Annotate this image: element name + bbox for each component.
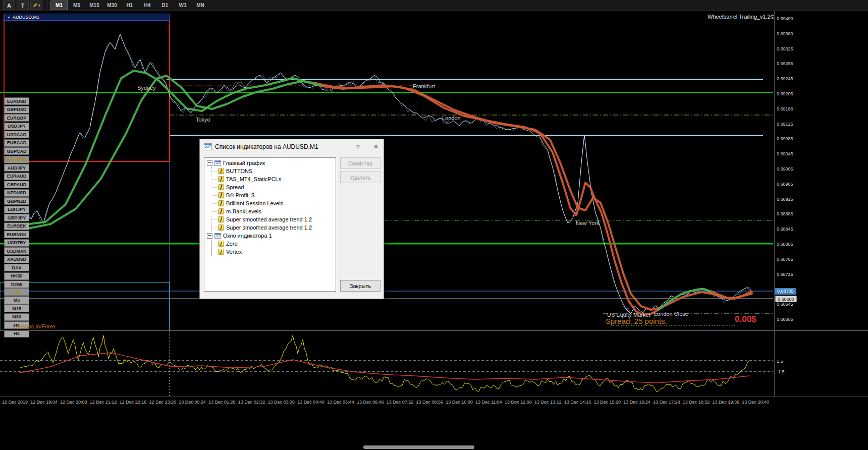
time-label: 13 Dec 00:24: [179, 400, 206, 405]
chevron-down-icon: ▾: [38, 4, 40, 8]
symbol-button-hk50[interactable]: HK50: [4, 272, 29, 280]
main-chart[interactable]: [0, 11, 774, 330]
time-label: 13 Dec 11:04: [475, 400, 502, 405]
time-label: 13 Dec 06:48: [357, 400, 384, 405]
toolbar-tf-h1[interactable]: H1: [121, 1, 138, 10]
toolbar-tf-m1[interactable]: M1: [50, 1, 68, 10]
symbol-button-euraud[interactable]: EURAUD: [4, 173, 29, 180]
tree-children-0: ƒBUTTONSƒTAS_MT4_StaticPCLsƒSpreadƒB© Pr…: [211, 167, 336, 232]
tree-item[interactable]: ƒBUTTONS: [212, 167, 336, 175]
indicator-subwindow[interactable]: [0, 331, 774, 397]
indicator-tree[interactable]: Главный графикƒBUTTONSƒTAS_MT4_StaticPCL…: [204, 157, 336, 292]
toolbar-tf-h4[interactable]: H4: [139, 1, 156, 10]
indicator-icon: ƒ: [218, 208, 224, 214]
indicator-watermark: Wheelbarrel Trailing_v1.2©: [708, 14, 775, 20]
tree-item-label: TAS_MT4_StaticPCLs: [226, 176, 281, 182]
symbol-button-gbpjpy[interactable]: GBPJPY: [4, 214, 29, 221]
symbol-button-gbpcad[interactable]: GBPCAD: [4, 147, 29, 155]
symbol-button-gbpnzd[interactable]: GBPNZD: [4, 197, 29, 205]
tf-button-m5[interactable]: M5: [4, 297, 29, 304]
tree-item[interactable]: ƒm-BankLevels: [212, 207, 336, 215]
dialog-title: Список индикаторов на AUDUSD,M1: [215, 143, 347, 150]
dialog-titlebar[interactable]: Список индикаторов на AUDUSD,M1 ? ×: [200, 139, 384, 154]
tree-item-label: Zero: [226, 241, 238, 247]
session-label-frankfurt: Frankfurt: [413, 83, 435, 89]
symbol-button-dax[interactable]: DAX: [4, 264, 29, 271]
symbol-button-eurcad[interactable]: EURCAD: [4, 139, 29, 147]
chart-title-caret-icon: ▼: [7, 16, 11, 19]
tree-item[interactable]: ƒVertex: [212, 248, 336, 256]
pencil-dropdown-button[interactable]: ▾: [30, 1, 42, 10]
properties-button[interactable]: Свойства: [340, 157, 381, 169]
toolbar-tf-d1[interactable]: D1: [156, 1, 174, 10]
toolbar-tf-m30[interactable]: M30: [103, 1, 121, 10]
tree-item[interactable]: ƒTAS_MT4_StaticPCLs: [212, 175, 336, 183]
delete-button[interactable]: Удалить: [340, 172, 381, 183]
session-label-tokyo: Tokyo: [196, 117, 210, 123]
toolbar-tf-m5[interactable]: M5: [68, 1, 85, 10]
symbol-button-gbpusd[interactable]: GBPUSD: [4, 106, 29, 114]
time-label: 12 Dec 21:12: [90, 400, 117, 405]
tree-item[interactable]: ƒB© Profit_$: [212, 191, 336, 199]
window-splitter[interactable]: [0, 330, 868, 331]
symbol-button-xauusd[interactable]: XAUUSD: [4, 256, 29, 263]
time-label: 13 Dec 07:52: [387, 400, 414, 405]
tree-item-label: B© Profit_$: [226, 192, 254, 198]
tree-item[interactable]: ƒSuper smoothed average trend 1.2: [212, 223, 336, 232]
tree-connector: [212, 211, 216, 212]
tree-item[interactable]: ƒZero: [212, 240, 336, 248]
symbol-button-dow[interactable]: DOW: [4, 280, 29, 288]
taskbar-sliver[interactable]: [363, 445, 474, 449]
session-label-sydney: Sydney: [137, 85, 156, 91]
tree-connector: [212, 171, 216, 172]
symbol-button-eursek[interactable]: EURSEK: [4, 222, 29, 230]
collapse-icon[interactable]: [207, 233, 212, 239]
symbol-button-eurgbp[interactable]: EURGBP: [4, 114, 29, 122]
price-label: 0.68805: [777, 242, 793, 247]
tf-button-m30[interactable]: M30: [4, 313, 29, 321]
toolbar-tf-mn[interactable]: MN: [192, 1, 209, 10]
tf-button-m15[interactable]: M15: [4, 305, 29, 312]
tree-item[interactable]: ƒSpread: [212, 183, 336, 191]
symbol-button-audusd[interactable]: AUDUSD: [4, 156, 29, 163]
tree-root-0[interactable]: Главный график: [204, 159, 336, 167]
price-label: 0.69245: [777, 76, 793, 81]
tree-connector: [212, 195, 216, 196]
chart-title-bar[interactable]: ▼ AUDUSD,M1: [4, 14, 170, 21]
indicator-icon: ƒ: [218, 184, 224, 190]
indicator-level-label: -1.5: [777, 369, 785, 374]
tree-root-label: Окно индикатора 1: [223, 233, 272, 239]
chart-title: AUDUSD,M1: [13, 15, 39, 20]
tf-button-m1[interactable]: M1: [4, 288, 29, 296]
symbol-button-gbpaud[interactable]: GBPAUD: [4, 181, 29, 188]
price-label: 0.68845: [777, 227, 793, 232]
toolbar-button-a[interactable]: A: [3, 1, 15, 10]
dialog-close-icon[interactable]: ×: [368, 139, 384, 154]
price-axis[interactable]: 0.694000.693600.693250.692850.692450.692…: [774, 11, 868, 397]
symbol-button-usdjpy[interactable]: USDJPY: [4, 123, 29, 130]
session-label-us-equity-market: US Equity Market: [607, 312, 650, 318]
toolbar-tf-w1[interactable]: W1: [174, 1, 191, 10]
symbol-button-audjpy[interactable]: AUDJPY: [4, 164, 29, 172]
tree-root-1[interactable]: Окно индикатора 1: [204, 232, 336, 240]
time-axis-labels: 12 Dec 201912 Dec 19:0412 Dec 20:0812 De…: [2, 400, 769, 405]
time-axis[interactable]: 12 Dec 201912 Dec 19:0412 Dec 20:0812 De…: [0, 397, 868, 410]
toolbar-button-t[interactable]: T: [17, 1, 29, 10]
tree-item[interactable]: ƒBrilliant Session Levels: [212, 199, 336, 207]
time-label: 13 Dec 05:44: [327, 400, 354, 405]
symbol-button-usdtry[interactable]: USDTRY: [4, 239, 29, 247]
symbol-button-eurjpy[interactable]: EURJPY: [4, 206, 29, 213]
tree-connector: [212, 244, 216, 244]
symbol-button-eurnok[interactable]: EURNOK: [4, 231, 29, 238]
symbol-button-eurusd[interactable]: EURUSD: [4, 97, 29, 105]
toolbar-tf-m15[interactable]: M15: [86, 1, 103, 10]
collapse-icon[interactable]: [207, 160, 212, 166]
toolbar-separator: [47, 2, 47, 9]
session-label-new-york: New York: [576, 220, 599, 226]
symbol-button-usdmxn[interactable]: USDMXN: [4, 247, 29, 255]
tree-item[interactable]: ƒSuper smoothed average trend 1.2: [212, 215, 336, 223]
symbol-button-usdcad[interactable]: USDCAD: [4, 131, 29, 138]
symbol-button-nzdusd[interactable]: NZDUSD: [4, 189, 29, 197]
close-button[interactable]: Закрыть: [340, 280, 381, 292]
dialog-help-button[interactable]: ?: [350, 139, 365, 154]
